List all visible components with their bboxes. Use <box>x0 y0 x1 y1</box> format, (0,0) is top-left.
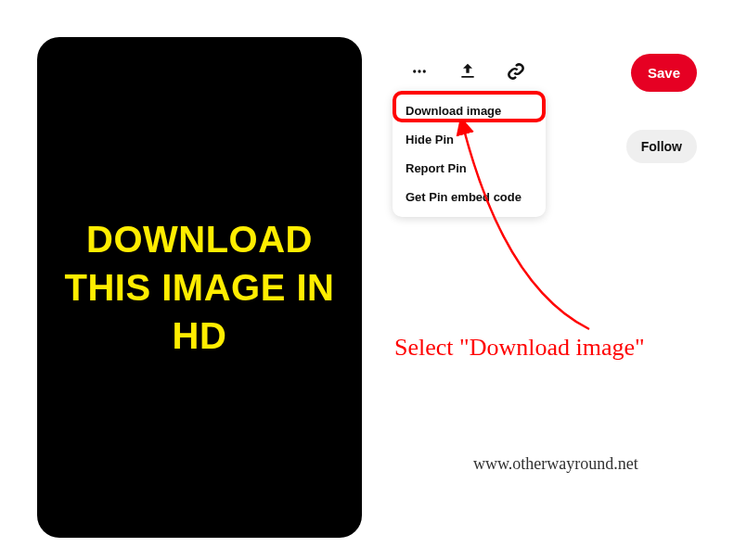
follow-button[interactable]: Follow <box>626 130 697 163</box>
pin-image[interactable]: DOWNLOAD THIS IMAGE IN HD <box>37 37 362 538</box>
pin-card: DOWNLOAD THIS IMAGE IN HD Save Follow Do… <box>9 9 725 551</box>
svg-point-0 <box>413 70 416 72</box>
svg-point-2 <box>423 70 426 72</box>
dropdown-item-download-image[interactable]: Download image <box>393 96 546 125</box>
action-bar <box>408 60 527 83</box>
watermark: www.otherwayround.net <box>473 454 638 474</box>
annotation-text: Select "Download image" <box>394 334 645 362</box>
more-dropdown: Download image Hide Pin Report Pin Get P… <box>393 91 546 217</box>
dropdown-item-embed-code[interactable]: Get Pin embed code <box>393 183 546 211</box>
more-icon[interactable] <box>408 60 431 83</box>
save-button[interactable]: Save <box>631 54 697 92</box>
svg-point-1 <box>418 70 420 72</box>
pin-image-text: DOWNLOAD THIS IMAGE IN HD <box>56 215 343 360</box>
share-icon[interactable] <box>457 60 479 83</box>
link-icon[interactable] <box>505 60 527 83</box>
dropdown-item-report-pin[interactable]: Report Pin <box>393 154 546 183</box>
dropdown-item-hide-pin[interactable]: Hide Pin <box>393 125 546 154</box>
